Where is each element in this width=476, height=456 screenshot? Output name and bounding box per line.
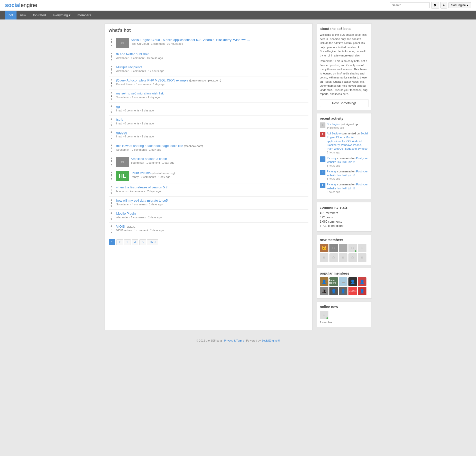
vote-up-button[interactable]: ▲	[110, 171, 113, 174]
post-author-link[interactable]: Soundman	[116, 148, 130, 151]
vote-down-button[interactable]: ▼	[110, 124, 113, 126]
vote-down-button[interactable]: ▼	[110, 218, 113, 220]
post-author-link[interactable]: Randy	[131, 175, 139, 178]
post-comments-link[interactable]: 0 comments	[125, 122, 140, 125]
member-thumb[interactable]: 👤	[348, 277, 357, 286]
vote-up-button[interactable]: ▲	[110, 225, 113, 227]
page-4-button[interactable]: 4	[132, 239, 139, 245]
post-comments-link[interactable]: 1 comment	[151, 42, 165, 45]
vote-up-button[interactable]: ▲	[110, 118, 113, 120]
vote-up-button[interactable]: ▲	[110, 199, 113, 201]
next-page-button[interactable]: Next	[147, 239, 158, 245]
member-thumb[interactable]: ☁	[339, 277, 347, 286]
post-comments-link[interactable]: 2 comments	[131, 216, 146, 219]
post-author-link[interactable]: imad	[116, 135, 122, 138]
member-thumb[interactable]: ☺	[339, 244, 347, 252]
post-comments-link[interactable]: 4 comments	[130, 190, 145, 193]
socialengine-link[interactable]: SocialEngine 5	[261, 339, 280, 342]
post-title-link[interactable]: fsdfs	[116, 118, 123, 121]
vote-down-button[interactable]: ▼	[110, 205, 113, 207]
nav-item-new[interactable]: new	[17, 11, 30, 19]
page-1-button[interactable]: 1	[109, 239, 116, 245]
member-thumb[interactable]: 👤	[358, 287, 366, 295]
page-3-button[interactable]: 3	[124, 239, 131, 245]
activity-user-link[interactable]: Picasey	[327, 183, 337, 186]
member-thumb[interactable]: ☺	[358, 244, 366, 252]
vote-down-button[interactable]: ▼	[110, 137, 113, 140]
activity-user-link[interactable]: Picasey	[327, 170, 337, 173]
post-comments-link[interactable]: 0 comments	[136, 83, 151, 86]
post-author-link[interactable]: booburev	[116, 190, 128, 193]
post-thumbnail[interactable]: HL	[116, 171, 129, 181]
post-title-link[interactable]: Amplified season 3 finale	[131, 157, 167, 161]
vote-up-button[interactable]: ▲	[110, 144, 113, 146]
member-thumb[interactable]: ☺	[348, 244, 357, 252]
vote-down-button[interactable]: ▼	[110, 85, 113, 87]
vote-down-button[interactable]: ▼	[110, 150, 113, 153]
post-comments-link[interactable]: 0 comments	[141, 175, 156, 178]
nav-item-top-rated[interactable]: top rated	[30, 11, 49, 19]
activity-user-link[interactable]: Picasey	[327, 157, 337, 160]
vote-down-button[interactable]: ▼	[110, 163, 113, 166]
vote-up-button[interactable]: ▲	[110, 105, 113, 107]
member-thumb[interactable]: ☺	[358, 253, 366, 262]
page-5-button[interactable]: 5	[139, 239, 146, 245]
member-thumb[interactable]: 🐱	[320, 244, 328, 252]
member-thumb[interactable]: ☺	[348, 253, 357, 262]
vote-down-button[interactable]: ▼	[110, 178, 113, 180]
nav-item-hot[interactable]: hot	[5, 11, 17, 19]
vote-down-button[interactable]: ▼	[110, 111, 113, 113]
vote-down-button[interactable]: ▼	[110, 58, 113, 61]
post-author-link[interactable]: Soundman	[116, 203, 130, 206]
vote-down-button[interactable]: ▼	[110, 98, 113, 100]
member-thumb[interactable]: 👤	[320, 277, 328, 286]
activity-user-link[interactable]: SocEngine	[327, 123, 340, 126]
post-author-link[interactable]: Host On Cloud	[131, 42, 149, 45]
page-2-button[interactable]: 2	[116, 239, 123, 245]
member-thumb[interactable]: ☺	[320, 253, 328, 262]
post-title-link[interactable]: ubuntuforums	[131, 171, 151, 175]
post-comments-link[interactable]: 1 comment	[132, 96, 145, 99]
post-thumbnail[interactable]: img	[116, 157, 129, 167]
member-thumb[interactable]: 🎩	[320, 287, 328, 295]
vote-down-button[interactable]: ▼	[110, 72, 113, 74]
member-thumb[interactable]: here-reports	[329, 277, 338, 286]
vote-up-button[interactable]: ▲	[110, 52, 113, 55]
vote-up-button[interactable]: ▲	[110, 131, 113, 133]
vote-down-button[interactable]: ▼	[110, 231, 113, 234]
post-author-link[interactable]: Alexander	[116, 216, 129, 219]
post-author-link[interactable]: Alexander	[116, 56, 129, 59]
post-comments-link[interactable]: 4 comments	[132, 203, 147, 206]
post-title-link[interactable]: Multiple recipients	[116, 65, 142, 69]
post-something-button[interactable]: Post Something!	[320, 99, 368, 107]
member-thumb[interactable]: 👤	[358, 277, 366, 286]
post-comments-link[interactable]: 1 comment	[134, 229, 148, 232]
post-title-link[interactable]: when the first release of version 5 ?	[116, 185, 168, 189]
vote-up-button[interactable]: ▲	[110, 65, 113, 68]
post-title-link[interactable]: this is what sharing a facebook page loo…	[116, 144, 183, 148]
member-thumb[interactable]: ☺	[329, 244, 338, 252]
vote-up-button[interactable]: ▲	[110, 212, 113, 214]
activity-user-link[interactable]: Adi Sucipto	[327, 132, 341, 135]
user-menu-button[interactable]: SocEngine ▾	[448, 2, 471, 8]
post-author-link[interactable]: Soundman	[116, 96, 130, 99]
privacy-terms-link[interactable]: Privacy & Terms	[224, 339, 244, 342]
member-thumb[interactable]: ☺	[329, 253, 338, 262]
nav-item-everything[interactable]: everything ▾	[49, 11, 74, 19]
member-thumb[interactable]: 👤	[339, 287, 347, 295]
post-comments-link[interactable]: 1 comment	[146, 161, 160, 164]
post-title-link[interactable]: VIOIS	[116, 225, 125, 228]
post-title-link[interactable]: Mobile Plugin	[116, 212, 136, 215]
flag-button[interactable]: ⚑	[431, 2, 439, 8]
vote-up-button[interactable]: ▲	[110, 185, 113, 188]
vote-up-button[interactable]: ▲	[110, 38, 113, 40]
post-author-link[interactable]: imad	[116, 122, 122, 125]
post-author-link[interactable]: imad	[116, 109, 122, 112]
post-title-link[interactable]: fb and twitter publisher	[116, 52, 149, 56]
vote-up-button[interactable]: ▲	[110, 78, 113, 81]
post-comments-link[interactable]: 0 comments	[132, 148, 147, 151]
member-thumb[interactable]: 👤	[329, 287, 338, 295]
vote-down-button[interactable]: ▼	[110, 192, 113, 194]
search-input[interactable]	[390, 2, 430, 8]
post-title-link[interactable]: gg	[116, 105, 120, 108]
